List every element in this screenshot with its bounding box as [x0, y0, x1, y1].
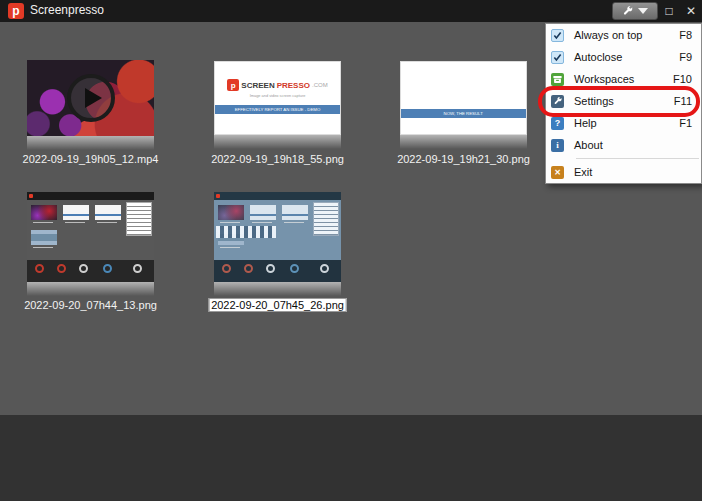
action-toolbar: Screenshot region Record video Edit... — [0, 415, 702, 501]
slide-tagline: Image and video screen capture — [237, 94, 318, 98]
slide-banner: NOW, THE RESULT — [401, 109, 526, 118]
thumbnail-filename: 2022-09-19_19h18_55.png — [211, 153, 344, 165]
menu-item-always-on-top[interactable]: Always on top F8 — [546, 24, 701, 46]
thumbnail-reflection — [27, 136, 154, 150]
thumbnail-reflection — [27, 282, 154, 296]
mini-window-preview — [214, 192, 341, 282]
play-icon — [67, 74, 115, 122]
window-title: Screenpresso — [30, 3, 104, 17]
slide-logo-text: SCREEN — [241, 81, 274, 90]
mini-window-preview — [27, 192, 154, 282]
menu-item-workspaces[interactable]: Workspaces F10 — [546, 68, 701, 90]
chevron-down-icon — [638, 8, 648, 14]
thumbnail-reflection — [214, 282, 341, 296]
thumbnail-reflection — [214, 135, 341, 149]
thumbnail-image-item[interactable]: p SCREENPRESSO .COM Image and video scre… — [214, 61, 341, 135]
thumbnail-image-item[interactable]: NOW, THE RESULT 2022-09-19_19h21_30.png — [400, 61, 527, 135]
menu-item-exit[interactable]: Exit — [546, 161, 701, 183]
thumbnail-reflection — [400, 135, 527, 149]
slide-logo-text-red: PRESSO — [277, 81, 310, 90]
menu-item-help[interactable]: Help F1 — [546, 112, 701, 134]
slide-banner: EFFECTIVELY REPORT AN ISSUE - DEMO — [215, 105, 340, 114]
screenpresso-logo-icon: p — [8, 3, 24, 19]
menu-separator — [576, 158, 699, 159]
info-icon — [551, 139, 564, 152]
checkbox-checked-icon — [551, 51, 564, 64]
workspaces-icon — [551, 73, 564, 86]
thumbnail-filename: 2022-09-19_19h21_30.png — [397, 153, 530, 165]
close-window-button[interactable]: ✕ — [681, 0, 701, 22]
thumbnail-image-item[interactable]: 2022-09-20_07h44_13.png — [27, 192, 154, 282]
settings-menu-button[interactable] — [612, 2, 658, 20]
wrench-icon — [551, 95, 564, 108]
settings-dropdown-menu: Always on top F8 Autoclose F9 Workspaces… — [545, 23, 702, 184]
screenpresso-window: p Screenpresso □ ✕ 2022-09-19_19h05_12.m… — [0, 0, 702, 501]
thumbnail-video-item[interactable]: 2022-09-19_19h05_12.mp4 — [27, 60, 154, 136]
thumbnail-filename: 2022-09-20_07h44_13.png — [24, 299, 157, 311]
checkbox-checked-icon — [551, 29, 564, 42]
thumbnail-filename-selected: 2022-09-20_07h45_26.png — [208, 299, 347, 311]
video-thumbnail-preview — [27, 60, 154, 136]
maximize-button[interactable]: □ — [659, 0, 679, 22]
menu-item-settings[interactable]: Settings F11 — [546, 90, 701, 112]
menu-item-about[interactable]: About — [546, 134, 701, 156]
exit-icon — [551, 166, 564, 179]
screenpresso-mini-logo-icon: p — [227, 79, 239, 91]
slide-logo-tld: .COM — [312, 82, 328, 88]
slide-thumbnail-preview: NOW, THE RESULT — [400, 61, 527, 135]
wrench-icon — [622, 5, 634, 17]
menu-item-autoclose[interactable]: Autoclose F9 — [546, 46, 701, 68]
thumbnail-image-item-selected[interactable]: 2022-09-20_07h45_26.png — [214, 192, 341, 282]
slide-thumbnail-preview: p SCREENPRESSO .COM Image and video scre… — [214, 61, 341, 135]
title-bar: p Screenpresso □ ✕ — [0, 0, 702, 22]
help-icon — [551, 117, 564, 130]
thumbnail-filename: 2022-09-19_19h05_12.mp4 — [23, 153, 159, 165]
